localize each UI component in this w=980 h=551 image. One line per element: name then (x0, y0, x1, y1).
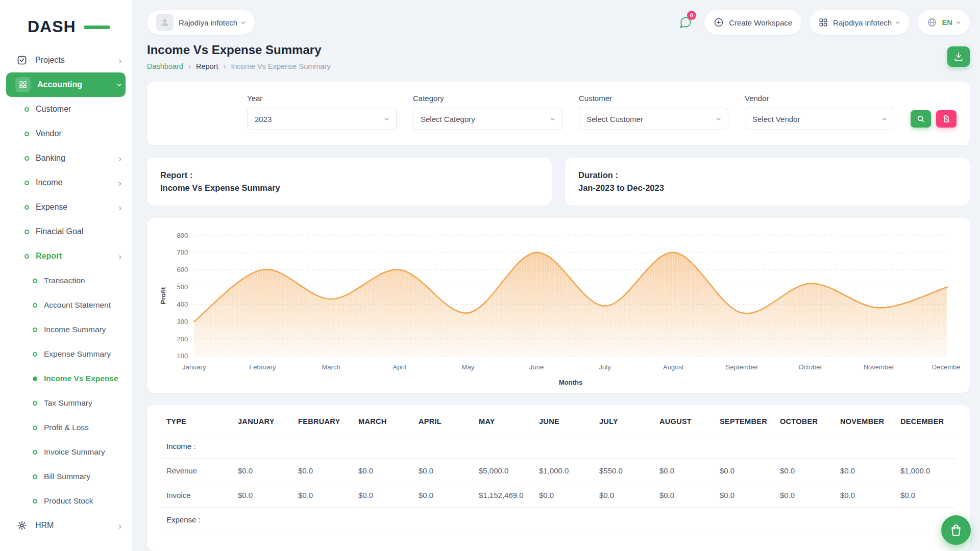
bullet-icon (24, 254, 29, 259)
sidebar-item-expense[interactable]: Expense › (6, 195, 126, 219)
column-header: AUGUST (654, 408, 715, 434)
year-select[interactable]: 2023 › (247, 108, 397, 130)
sidebar-item-financial-goal[interactable]: Finacial Goal (6, 219, 126, 244)
sidebar-item-income-vs-expense[interactable]: Income Vs Expense (6, 366, 126, 391)
sidebar-item-transaction[interactable]: Transaction (6, 268, 126, 293)
svg-text:600: 600 (177, 266, 188, 273)
income-expense-table-card: TYPE JANUARY FEBRUARY MARCH APRIL MAY JU… (147, 405, 970, 551)
sidebar-item-bill-summary[interactable]: Bill Summary (6, 464, 126, 489)
topbar-actions: 0 Create Workspace Rajodiya infotech › (675, 10, 970, 35)
svg-text:500: 500 (177, 283, 188, 291)
bullet-icon (33, 377, 37, 381)
sidebar-item-income-summary[interactable]: Income Summary (6, 317, 126, 342)
sidebar-item-product-stock[interactable]: Product Stock (6, 489, 126, 513)
sidebar-item-hrm[interactable]: HRM › (6, 513, 126, 538)
vendor-select[interactable]: Select Vendor › (745, 108, 894, 130)
brand-name: DASH (28, 17, 76, 36)
cell: $0.0 (715, 483, 775, 507)
sidebar-item-label: Profit & Loss (44, 423, 89, 432)
svg-text:700: 700 (177, 248, 188, 256)
svg-text:Profit: Profit (159, 286, 167, 304)
floating-purchase-button[interactable] (941, 515, 971, 545)
report-summary-card: Report : Income Vs Expense Summary (147, 158, 552, 206)
download-report-button[interactable] (947, 46, 970, 67)
duration-card-value: Jan-2023 to Dec-2023 (578, 182, 957, 194)
sidebar-item-label: Product Stock (44, 496, 93, 506)
main-content: Rajodiya infotech › 0 Create Workspace R… (132, 0, 980, 551)
chevron-down-icon: › (880, 117, 890, 120)
column-header: SEPTEMBER (715, 408, 775, 434)
customer-select[interactable]: Select Customer › (579, 108, 728, 130)
sidebar-item-invoice-summary[interactable]: Invoice Summary (6, 440, 126, 464)
sidebar-item-report[interactable]: Report › (6, 244, 126, 268)
sidebar-item-expense-summary[interactable]: Expense Summary (6, 342, 126, 366)
column-header: JUNE (534, 408, 594, 434)
accounting-icon (15, 77, 31, 92)
brand-logo[interactable]: DASH (6, 5, 126, 48)
create-workspace-button[interactable]: Create Workspace (704, 10, 801, 35)
sidebar-item-income[interactable]: Income › (6, 170, 126, 195)
bullet-icon (24, 107, 29, 112)
cell: $5,000.0 (474, 458, 534, 483)
svg-text:400: 400 (177, 300, 188, 308)
sidebar-item-tax-summary[interactable]: Tax Summary (6, 391, 126, 415)
chevron-down-icon: › (382, 117, 392, 120)
hrm-icon (15, 519, 29, 532)
messages-button[interactable]: 0 (675, 12, 696, 33)
category-filter: Category Select Category › (413, 94, 562, 130)
sidebar-item-label: Invoice Summary (44, 447, 105, 457)
sidebar-item-label: Tax Summary (44, 398, 92, 408)
svg-text:May: May (462, 363, 475, 371)
svg-text:July: July (599, 363, 611, 371)
account-selector[interactable]: Rajodiya infotech › (810, 10, 909, 35)
sidebar-item-profit-loss[interactable]: Profit & Loss (6, 415, 126, 440)
table-row: Revenue $0.0 $0.0 $0.0 $0.0 $5,000.0 $1,… (161, 458, 955, 483)
table-section-row: Expense : (161, 507, 955, 532)
cell: $0.0 (715, 458, 775, 483)
workspace-selector[interactable]: Rajodiya infotech › (147, 10, 255, 35)
grid-icon (819, 18, 828, 27)
svg-text:300: 300 (177, 317, 188, 325)
sidebar-item-vendor[interactable]: Vendor (6, 121, 126, 146)
category-select[interactable]: Select Category › (413, 108, 562, 130)
sidebar-item-banking[interactable]: Banking › (6, 146, 126, 170)
chevron-down-icon: › (894, 21, 903, 24)
chevron-right-icon: › (118, 252, 121, 261)
chevron-down-icon: › (954, 21, 964, 24)
income-vs-expense-area-chart: 100200300400500600700800JanuaryFebruaryM… (156, 228, 961, 390)
svg-text:October: October (798, 363, 822, 371)
year-filter: Year 2023 › (247, 94, 397, 130)
bullet-icon (33, 352, 37, 357)
chevron-right-icon: › (188, 62, 191, 70)
breadcrumb-report[interactable]: Report (196, 62, 218, 70)
cell: $0.0 (293, 483, 353, 507)
sidebar-item-projects[interactable]: Projects › (6, 48, 126, 72)
bullet-icon (24, 132, 29, 136)
language-code: EN (942, 18, 952, 27)
filter-card: Year 2023 › Category Select Category › C… (147, 82, 970, 145)
breadcrumb-dashboard[interactable]: Dashboard (147, 62, 183, 70)
svg-text:August: August (663, 363, 684, 371)
sidebar-item-accounting[interactable]: Accounting › (6, 72, 126, 97)
apply-filter-button[interactable] (911, 110, 931, 128)
svg-text:December: December (932, 363, 961, 371)
cell: $1,152,469.0 (474, 483, 534, 507)
sidebar-item-customer[interactable]: Customer (6, 97, 126, 121)
sidebar-item-label: Report (36, 252, 62, 261)
category-label: Category (413, 94, 562, 103)
reset-filter-button[interactable] (936, 110, 957, 128)
sidebar-item-label: Income Summary (44, 325, 106, 334)
profit-chart-card: 100200300400500600700800JanuaryFebruaryM… (147, 218, 970, 393)
sidebar-item-account-statement[interactable]: Account Statement (6, 293, 126, 317)
chevron-down-icon: › (115, 83, 125, 86)
column-header: DECEMBER (895, 408, 955, 434)
language-selector[interactable]: EN › (918, 10, 970, 35)
bullet-icon (33, 499, 37, 504)
bullet-icon (24, 181, 29, 185)
plus-circle-icon (714, 17, 724, 28)
topbar: Rajodiya infotech › 0 Create Workspace R… (147, 10, 970, 35)
chevron-right-icon: › (223, 62, 226, 70)
svg-text:January: January (182, 363, 206, 371)
cell: $0.0 (233, 483, 293, 507)
table-section-row: Income : (161, 434, 955, 458)
